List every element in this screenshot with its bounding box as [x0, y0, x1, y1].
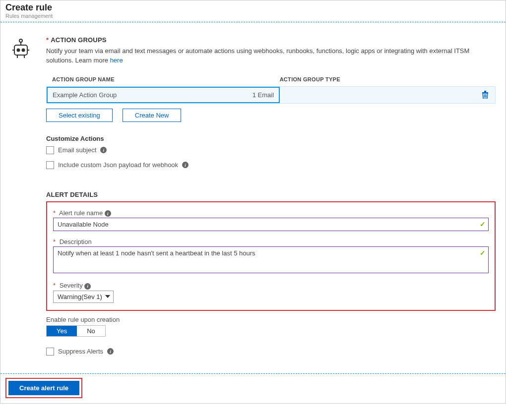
enable-yes-button[interactable]: Yes: [47, 326, 77, 336]
valid-check-icon: ✓: [480, 249, 486, 257]
valid-check-icon: ✓: [480, 220, 486, 228]
svg-point-4: [22, 49, 25, 52]
required-indicator: *: [53, 282, 56, 289]
create-alert-rule-button[interactable]: Create alert rule: [8, 381, 79, 395]
create-button-highlight: Create alert rule: [5, 378, 82, 398]
delete-action-group-button[interactable]: [475, 91, 495, 99]
required-indicator: *: [46, 36, 49, 44]
svg-point-0: [19, 39, 22, 42]
customize-actions-heading: Customize Actions: [46, 135, 496, 142]
action-group-table-header: ACTION GROUP NAME ACTION GROUP TYPE: [46, 76, 496, 82]
info-icon[interactable]: i: [182, 162, 189, 168]
svg-point-3: [17, 49, 20, 52]
info-icon[interactable]: i: [105, 210, 111, 217]
svg-rect-2: [14, 45, 27, 55]
required-indicator: *: [53, 238, 56, 245]
page-header: Create rule Rules management: [0, 0, 506, 22]
json-payload-label: Include custom Json payload for webhook: [58, 161, 178, 169]
action-group-row[interactable]: Example Action Group 1 Email: [46, 86, 496, 104]
suppress-alerts-label: Suppress Alerts: [58, 348, 103, 355]
severity-label: Severity: [60, 282, 83, 289]
column-header-type: ACTION GROUP TYPE: [280, 76, 490, 82]
learn-more-link[interactable]: here: [110, 57, 123, 64]
create-new-button[interactable]: Create New: [123, 109, 182, 122]
alert-rule-name-label: Alert rule name: [59, 209, 103, 217]
description-label: Description: [60, 238, 92, 245]
enable-no-button[interactable]: No: [77, 326, 105, 336]
action-group-count: 1 Email: [253, 91, 274, 99]
description-input[interactable]: [53, 246, 489, 273]
column-header-name: ACTION GROUP NAME: [52, 76, 280, 82]
info-icon[interactable]: i: [100, 147, 107, 153]
alert-rule-name-input[interactable]: [53, 218, 489, 231]
email-subject-checkbox[interactable]: [46, 146, 54, 154]
alert-details-highlight: * Alert rule name i ✓ * Description: [46, 201, 496, 311]
svg-rect-10: [484, 91, 486, 92]
action-groups-desc: Notify your team via email and text mess…: [46, 47, 496, 65]
severity-select[interactable]: Warning(Sev 1): [53, 291, 114, 303]
email-subject-label: Email subject: [58, 146, 96, 154]
action-groups-heading: *ACTION GROUPS: [46, 36, 496, 44]
breadcrumb: Rules management: [5, 13, 501, 19]
page-title: Create rule: [5, 2, 501, 13]
action-group-name: Example Action Group: [53, 91, 117, 99]
alert-details-heading: ALERT DETAILS: [46, 191, 496, 198]
select-existing-button[interactable]: Select existing: [46, 109, 113, 122]
suppress-alerts-checkbox[interactable]: [46, 348, 54, 356]
required-indicator: *: [53, 209, 56, 217]
info-icon[interactable]: i: [84, 283, 91, 290]
robot-icon: [11, 38, 46, 59]
enable-rule-toggle: Yes No: [46, 325, 106, 337]
json-payload-checkbox[interactable]: [46, 161, 54, 169]
enable-rule-label: Enable rule upon creation: [46, 316, 496, 323]
info-icon[interactable]: i: [107, 348, 114, 355]
